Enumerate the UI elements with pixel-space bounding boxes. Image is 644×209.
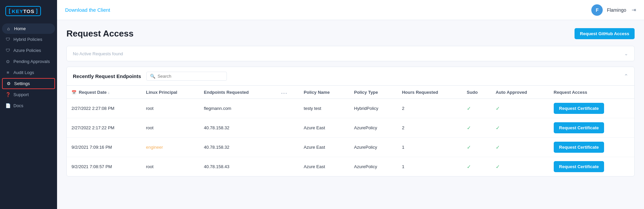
docs-icon: 📄 (5, 103, 10, 108)
download-client-link[interactable]: Download the Client (65, 7, 110, 13)
sidebar-item-home-label: Home (14, 26, 26, 31)
azure-policies-icon: 🛡 (5, 48, 10, 53)
sidebar-item-azure-policies[interactable]: 🛡 Azure Policies (0, 45, 57, 56)
col-policy-type: Policy Type (349, 86, 397, 99)
logo-box: [ KEYTOS ] (5, 6, 41, 16)
col-hours-requested: Hours Requested (397, 86, 462, 99)
audit-logs-icon: ≡ (5, 70, 10, 75)
cell-endpoints-requested: flegmann.com (199, 99, 277, 118)
cell-hours-requested: 2 (397, 99, 462, 118)
cell-request-access: Request Certificate (549, 118, 634, 138)
cell-linux-principal: root (141, 118, 199, 138)
cell-auto-approved: ✓ (491, 99, 549, 118)
col-linux-principal: Linux Principal (141, 86, 199, 99)
logout-icon[interactable]: ⇥ (632, 7, 636, 13)
cell-linux-principal: root (141, 99, 199, 118)
page-title: Request Access (66, 28, 134, 39)
active-requests-header[interactable]: No Active Requests found ⌄ (67, 46, 634, 61)
main-content: Download the Client F Flamingo ⇥ Request… (57, 0, 644, 209)
request-certificate-button[interactable]: Request Certificate (554, 142, 604, 153)
sidebar-item-audit-logs-label: Audit Logs (13, 70, 34, 75)
cell-endpoints-requested: 40.78.158.43 (199, 157, 277, 177)
cell-sudo: ✓ (462, 138, 491, 157)
logo-bracket-close: ] (36, 8, 38, 14)
col-auto-approved: Auto Approved (491, 86, 549, 99)
logo: [ KEYTOS ] (0, 0, 57, 21)
table-row: 2/27/2022 2:27:08 PM root flegmann.com t… (67, 99, 634, 118)
col-request-access: Request Access (549, 86, 634, 99)
col-endpoints-requested: Endpoints Requested (199, 86, 277, 99)
sidebar-navigation: ⌂ Home 🛡 Hybrid Policies 🛡 Azure Policie… (0, 21, 57, 113)
table-header-row: 📅 Request Date ↓ Linux Principal Endpoin… (67, 86, 634, 99)
sidebar-item-docs-label: Docs (13, 103, 23, 108)
sidebar-item-audit-logs[interactable]: ≡ Audit Logs (0, 67, 57, 78)
user-name: Flamingo (607, 7, 626, 13)
hybrid-policies-icon: 🛡 (5, 37, 10, 42)
auto-approved-check-icon: ✓ (496, 144, 500, 150)
sidebar-item-support-label: Support (13, 92, 29, 97)
endpoints-table: 📅 Request Date ↓ Linux Principal Endpoin… (67, 86, 634, 176)
table-row: 9/2/2021 7:08:57 PM root 40.78.158.43 Az… (67, 157, 634, 177)
endpoints-section-title: Recently Request Endpoints (73, 73, 141, 79)
sidebar-item-settings[interactable]: ⚙ Settings (2, 78, 55, 89)
cell-request-date: 2/27/2022 2:17:22 PM (67, 118, 141, 138)
table-body: 2/27/2022 2:27:08 PM root flegmann.com t… (67, 99, 634, 177)
logo-text: KEYTOS (12, 8, 34, 14)
auto-approved-check-icon: ✓ (496, 164, 500, 169)
topbar: Download the Client F Flamingo ⇥ (57, 0, 644, 20)
sidebar-item-settings-label: Settings (14, 81, 30, 86)
cell-ellipsis (277, 99, 299, 118)
sort-icon: ↓ (108, 90, 110, 94)
search-input[interactable] (157, 74, 223, 79)
table-row: 2/27/2022 2:17:22 PM root 40.78.158.32 A… (67, 118, 634, 138)
cell-ellipsis (277, 157, 299, 177)
request-certificate-button[interactable]: Request Certificate (554, 122, 604, 133)
sidebar-item-hybrid-policies-label: Hybrid Policies (13, 37, 42, 42)
col-ellipsis: ... (277, 86, 299, 99)
col-request-date: 📅 Request Date ↓ (67, 86, 141, 99)
table-row: 9/2/2021 7:09:16 PM engineer 40.78.158.3… (67, 138, 634, 157)
endpoints-card: Recently Request Endpoints 🔍 ⌃ 📅 Request… (66, 67, 635, 177)
cell-policy-name: Azure East (299, 157, 349, 177)
active-requests-empty-label: No Active Requests found (73, 51, 123, 56)
sidebar-item-support[interactable]: ❓ Support (0, 89, 57, 100)
logo-bracket: [ (9, 8, 10, 14)
cell-policy-type: AzurePolicy (349, 157, 397, 177)
cell-sudo: ✓ (462, 157, 491, 177)
cell-request-date: 9/2/2021 7:09:16 PM (67, 138, 141, 157)
cell-policy-type: AzurePolicy (349, 118, 397, 138)
sidebar-item-docs[interactable]: 📄 Docs (0, 100, 57, 111)
calendar-icon: 📅 (71, 90, 77, 95)
endpoints-header: Recently Request Endpoints 🔍 ⌃ (67, 67, 634, 86)
page-body: Request Access Request GitHub Access No … (57, 20, 644, 209)
chevron-down-icon: ⌄ (624, 51, 628, 56)
cell-linux-principal: engineer (141, 138, 199, 157)
cell-linux-principal: root (141, 157, 199, 177)
pending-approvals-icon: ⊙ (5, 59, 10, 64)
cell-hours-requested: 1 (397, 138, 462, 157)
sudo-check-icon: ✓ (467, 106, 471, 111)
sidebar-item-pending-approvals[interactable]: ⊙ Pending Approvals (0, 56, 57, 67)
cell-hours-requested: 1 (397, 157, 462, 177)
topbar-right: F Flamingo ⇥ (591, 4, 636, 16)
page-header: Request Access Request GitHub Access (66, 28, 635, 39)
sidebar-item-pending-approvals-label: Pending Approvals (13, 59, 50, 64)
request-github-access-button[interactable]: Request GitHub Access (575, 28, 635, 39)
support-icon: ❓ (5, 92, 10, 97)
sidebar-item-azure-policies-label: Azure Policies (13, 48, 41, 53)
ellipsis-icon: ... (281, 89, 288, 95)
cell-endpoints-requested: 40.78.158.32 (199, 118, 277, 138)
search-box: 🔍 (146, 72, 227, 81)
cell-auto-approved: ✓ (491, 138, 549, 157)
request-certificate-button[interactable]: Request Certificate (554, 103, 604, 114)
cell-request-access: Request Certificate (549, 157, 634, 177)
cell-request-date: 2/27/2022 2:27:08 PM (67, 99, 141, 118)
cell-auto-approved: ✓ (491, 157, 549, 177)
cell-policy-name: Azure East (299, 138, 349, 157)
sudo-check-icon: ✓ (467, 164, 471, 169)
sidebar-item-hybrid-policies[interactable]: 🛡 Hybrid Policies (0, 34, 57, 45)
request-certificate-button[interactable]: Request Certificate (554, 161, 604, 172)
cell-endpoints-requested: 40.78.158.32 (199, 138, 277, 157)
chevron-up-icon[interactable]: ⌃ (624, 73, 628, 79)
sidebar-item-home[interactable]: ⌂ Home (2, 23, 55, 34)
